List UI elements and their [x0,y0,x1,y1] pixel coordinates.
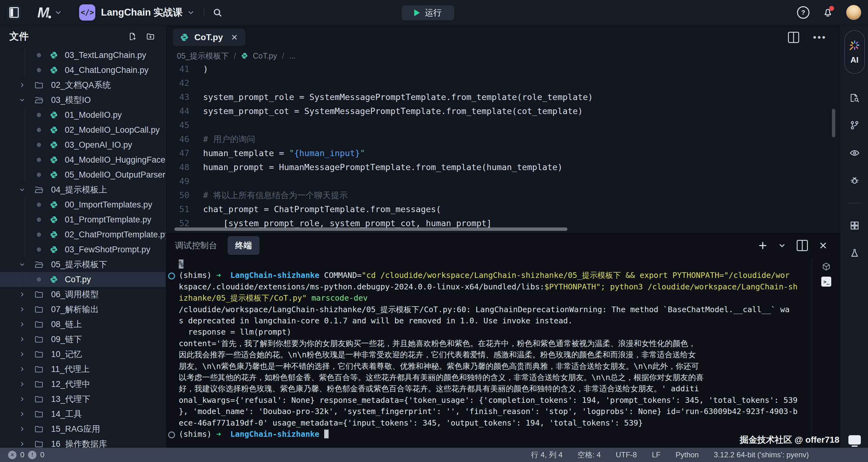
chevron-right-icon[interactable] [18,307,26,312]
status-item[interactable]: UTF-8 [616,451,637,459]
chevron-right-icon[interactable] [18,411,26,417]
warnings-icon[interactable]: ! [28,451,36,459]
tree-item-01_PromptTemplate.py[interactable]: 01_PromptTemplate.py [0,212,165,227]
tab-cot-py[interactable]: CoT.py ✕ [173,29,245,46]
tree-item-02_ModelIO_LoopCall.py[interactable]: 02_ModelIO_LoopCall.py [0,122,165,137]
tree-item-11_代理上[interactable]: 11_代理上 [0,362,165,377]
tree-item-10_记忆[interactable]: 10_记忆 [0,347,165,362]
help-icon[interactable]: ? [797,6,809,19]
chevron-right-icon[interactable] [18,321,26,327]
tree-item-00_ImportTemplates.py[interactable]: 00_ImportTemplates.py [0,197,165,212]
error-count[interactable]: 0 [20,451,24,459]
code-line-44[interactable]: 44system_prompt_cot = SystemMessagePromp… [166,104,841,118]
marscode-logo[interactable]: M [37,5,49,20]
command-decoration-icon[interactable] [168,273,175,279]
chevron-down-icon[interactable] [18,262,26,267]
tree-item-05_提示模板下[interactable]: 05_提示模板下 [0,257,165,272]
user-avatar[interactable] [846,5,861,20]
git-branch-icon[interactable] [849,120,860,130]
code-line-45[interactable]: 45 [166,118,841,132]
project-title[interactable]: LangChain 实战课 [101,6,183,19]
tree-item-16_操作数据库[interactable]: 16_操作数据库 [0,436,165,448]
split-terminal-icon[interactable] [797,240,808,251]
remote-machine-icon[interactable] [848,435,861,444]
tree-item-04_提示模板上[interactable]: 04_提示模板上 [0,182,165,197]
breadcrumb-file[interactable]: CoT.py [253,52,277,60]
tree-item-12_代理中[interactable]: 12_代理中 [0,377,165,392]
sidebar-toggle-button[interactable] [7,5,21,20]
tree-item-08_链上[interactable]: 08_链上 [0,317,165,332]
tree-item-13_代理下[interactable]: 13_代理下 [0,392,165,406]
tree-item-07_解析输出[interactable]: 07_解析输出 [0,302,165,317]
chevron-right-icon[interactable] [18,291,26,297]
close-panel-icon[interactable] [819,241,827,250]
split-editor-icon[interactable] [788,32,799,43]
terminal-dropdown-icon[interactable] [779,242,785,249]
file-search-icon[interactable] [849,93,860,103]
tree-item-04_ModelIO_HuggingFace.py[interactable]: 04_ModelIO_HuggingFace.py [0,152,165,167]
status-item[interactable]: LF [652,451,660,459]
errors-icon[interactable]: ✕ [8,451,17,459]
tree-item-02_ChatPromptTemplate.py[interactable]: 02_ChatPromptTemplate.py [0,227,165,242]
chevron-down-icon[interactable] [187,9,194,16]
horizontal-scrollbar[interactable] [175,227,567,231]
tree-item-03_模型IO[interactable]: 03_模型IO [0,93,165,107]
tree-item-09_链下[interactable]: 09_链下 [0,332,165,347]
more-actions-icon[interactable]: ••• [813,32,827,43]
python-env-icon[interactable] [822,262,831,272]
new-folder-icon[interactable] [146,32,155,41]
code-line-46[interactable]: 46# 用户的询问 [166,132,841,146]
status-item[interactable]: 空格: 4 [578,450,601,460]
tree-item-03_FewShotPrompt.py[interactable]: 03_FewShotPrompt.py [0,242,165,257]
run-button[interactable]: 运行 [402,5,454,20]
chevron-right-icon[interactable] [18,366,26,372]
chevron-down-icon[interactable] [55,9,62,16]
extensions-grid-icon[interactable] [849,220,860,231]
terminal-output[interactable]: %(shims) ➜ LangChain-shizhanke COMMAND="… [166,258,812,448]
close-tab-icon[interactable]: ✕ [231,33,238,42]
breadcrumb-folder[interactable]: 05_提示模板下 [177,51,229,61]
breadcrumb-more[interactable]: ... [289,52,296,60]
tree-item-03_TextLangChain.py[interactable]: 03_TextLangChain.py [0,48,165,63]
status-item[interactable]: 3.12.2 64-bit ('shims': pyenv) [714,451,809,459]
code-line-49[interactable]: 49 [166,174,841,188]
chevron-down-icon[interactable] [18,97,26,103]
warning-count[interactable]: 0 [40,451,44,459]
eye-icon[interactable] [849,147,860,159]
chevron-down-icon[interactable] [18,187,26,192]
vertical-scrollbar[interactable] [832,109,835,137]
search-icon[interactable] [212,7,222,18]
code-line-47[interactable]: 47human_template = "{human_input}" [166,146,841,160]
status-item[interactable]: 行 4, 列 4 [531,450,562,460]
new-file-icon[interactable] [128,32,137,41]
tree-item-02_文档QA系统[interactable]: 02_文档QA系统 [0,78,165,93]
new-terminal-icon[interactable] [758,241,767,250]
tree-item-03_OpenAI_IO.py[interactable]: 03_OpenAI_IO.py [0,137,165,152]
code-line-51[interactable]: 51chat_prompt = ChatPromptTemplate.from_… [166,202,841,216]
chevron-right-icon[interactable] [18,426,26,432]
notifications-bell-icon[interactable] [823,7,833,18]
code-line-43[interactable]: 43system_prompt_role = SystemMessageProm… [166,90,841,104]
tree-item-01_ModelIO.py[interactable]: 01_ModelIO.py [0,107,165,122]
chevron-right-icon[interactable] [18,351,26,357]
terminal-shell-icon[interactable]: >_ [821,277,831,287]
chevron-right-icon[interactable] [18,396,26,402]
tree-item-15_RAG应用[interactable]: 15_RAG应用 [0,422,165,436]
tree-item-14_工具[interactable]: 14_工具 [0,406,165,422]
ai-assistant-button[interactable]: AI [844,30,865,74]
tab-terminal[interactable]: 终端 [228,236,259,255]
chevron-right-icon[interactable] [18,441,26,447]
lab-flask-icon[interactable] [849,248,860,258]
chevron-right-icon[interactable] [18,336,26,342]
tree-item-CoT.py[interactable]: CoT.py [0,272,165,287]
code-line-48[interactable]: 48human_prompt = HumanMessagePromptTempl… [166,160,841,174]
code-view[interactable]: 41)4243system_prompt_role = SystemMessag… [166,62,841,232]
tab-debug-console[interactable]: 调试控制台 [175,240,217,251]
tree-item-06_调用模型[interactable]: 06_调用模型 [0,287,165,302]
chevron-right-icon[interactable] [18,82,26,88]
chevron-right-icon[interactable] [18,381,26,387]
debug-bug-icon[interactable] [849,175,860,186]
command-decoration-icon[interactable] [168,431,175,438]
status-item[interactable]: Python [676,451,699,459]
code-line-42[interactable]: 42 [166,76,841,90]
